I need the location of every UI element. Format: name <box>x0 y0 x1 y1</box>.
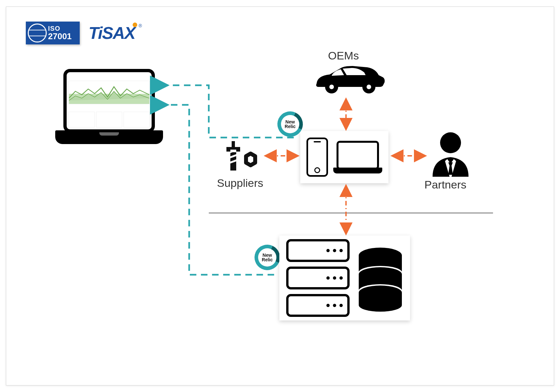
new-relic-badge-top: New Relic <box>277 111 303 137</box>
svg-point-3 <box>367 85 371 89</box>
connector-devices-to-monitor <box>166 85 294 138</box>
database-icon <box>357 247 403 309</box>
connectors-layer <box>6 7 554 385</box>
tisax-badge: TiSAX® <box>89 23 141 43</box>
svg-rect-13 <box>232 141 235 148</box>
tisax-dot-icon <box>133 23 137 27</box>
globe-icon <box>28 24 47 42</box>
suppliers-label: Suppliers <box>217 177 263 189</box>
person-icon <box>429 131 472 177</box>
svg-point-1 <box>329 85 334 89</box>
dashboard-mini-panels <box>69 112 150 127</box>
smartphone-icon <box>306 138 328 177</box>
new-relic-badge-bottom: New Relic <box>255 245 280 270</box>
dashboard-chart-icon <box>69 81 150 104</box>
diagram-page: ISO 27001 TiSAX® OEMs <box>0 0 560 392</box>
laptop-screen <box>63 69 155 133</box>
tisax-text: TiSAX <box>89 24 135 42</box>
registered-mark: ® <box>139 23 141 28</box>
server-rack-icon <box>286 239 350 317</box>
client-devices-card <box>300 131 388 183</box>
iso-number: 27001 <box>48 32 72 41</box>
svg-point-25 <box>359 299 402 312</box>
car-icon <box>310 64 385 93</box>
iso-label: ISO <box>48 25 72 32</box>
tool-nut-icon <box>222 136 258 172</box>
svg-rect-9 <box>230 168 236 171</box>
backend-servers-card <box>279 236 410 320</box>
horizontal-divider <box>209 213 493 213</box>
monitoring-laptop-icon <box>55 69 163 144</box>
laptop-small-icon <box>333 141 382 173</box>
new-relic-text: New Relic <box>281 115 299 133</box>
iso-27001-badge: ISO 27001 <box>26 22 80 44</box>
diagram-frame: ISO 27001 TiSAX® OEMs <box>6 7 554 385</box>
laptop-base <box>55 130 163 144</box>
new-relic-text: New Relic <box>258 248 276 267</box>
oems-label: OEMs <box>328 49 359 62</box>
partners-label: Partners <box>424 178 467 191</box>
svg-point-14 <box>440 132 461 153</box>
